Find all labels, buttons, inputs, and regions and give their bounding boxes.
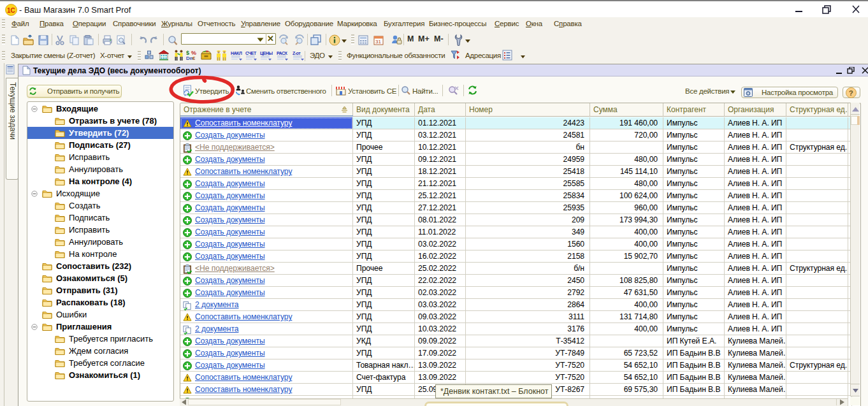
- svg-text:1C: 1C: [7, 7, 15, 14]
- svg-text:РАСХ: РАСХ: [277, 51, 287, 55]
- svg-text:31: 31: [375, 39, 381, 45]
- svg-text:СЧЕТ: СЧЕТ: [245, 51, 257, 55]
- svg-text:€: €: [192, 55, 196, 61]
- svg-text:Z-от: Z-от: [293, 51, 301, 55]
- svg-text:НАКЛ: НАКЛ: [231, 51, 242, 55]
- svg-text:?: ?: [849, 89, 853, 97]
- svg-text:ЦЕНЫ: ЦЕНЫ: [260, 51, 273, 56]
